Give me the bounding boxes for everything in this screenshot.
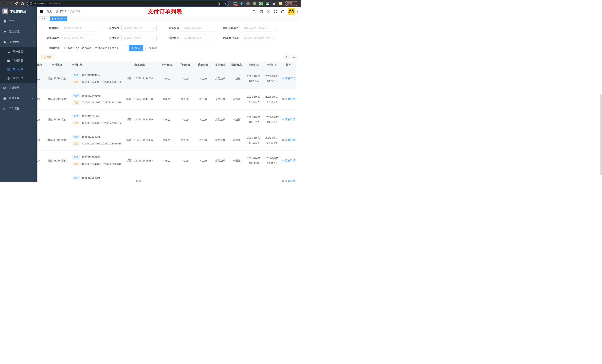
gem-extension-icon[interactable] xyxy=(239,1,243,5)
search-icon xyxy=(252,10,256,13)
download-icon xyxy=(44,56,46,58)
tab-pay-order[interactable]: 支付订单 × xyxy=(50,16,67,21)
sidebar-item-merchant-info[interactable]: 商户信息 xyxy=(0,47,37,56)
table-header-row: 编号 支付渠道 支付订单 商品标题 支付金额 手续金额 退款金额 支付状态 回调… xyxy=(37,62,296,68)
sidebar-item-system[interactable]: 系统管理 xyxy=(0,26,37,37)
col-pay-time: 支付时间 xyxy=(263,62,281,68)
sidebar-label: 商户信息 xyxy=(13,50,37,53)
sidebar-item-infra[interactable]: 基础设施 xyxy=(0,83,37,93)
merchant-order-no-input[interactable] xyxy=(243,27,274,30)
github-link[interactable] xyxy=(259,10,263,13)
notify-status: 未通知 xyxy=(233,159,240,162)
site-info-icon[interactable] xyxy=(30,2,32,5)
pay-tag: 支付 xyxy=(72,162,80,166)
toggle-search-button[interactable] xyxy=(283,54,289,60)
app-select[interactable]: 请选择应用信息 xyxy=(121,25,157,31)
sidebar-collapse-button[interactable] xyxy=(40,10,43,13)
sidebar-item-pay-order[interactable]: ¥ 支付订单 xyxy=(0,65,37,74)
notify-status-select[interactable]: 请选择订单回调商户状态 xyxy=(241,35,276,42)
sidebar-item-home[interactable]: 首页 xyxy=(0,16,37,26)
tab-home[interactable]: 首页 xyxy=(39,16,48,21)
refund-status-select[interactable]: 请选择退款状态 xyxy=(181,35,216,42)
update-label: 更新 xyxy=(287,2,292,5)
channel-order-no-input[interactable] xyxy=(64,37,94,40)
notify-status: 未通知 xyxy=(233,97,240,100)
breadcrumb-pay[interactable]: 支付管理 xyxy=(56,10,66,13)
bookmark-star-icon[interactable] xyxy=(223,2,226,5)
pay-status-select[interactable]: 请选择支付状态 xyxy=(121,35,157,42)
command-extension-icon[interactable]: ⌘ xyxy=(246,1,250,5)
filter-notify-status: 回调商户状态 请选择订单回调商户状态 xyxy=(220,35,280,42)
view-detail-link[interactable]: 查看详情 xyxy=(282,159,295,162)
search-icon xyxy=(282,159,284,162)
filter-label: 应用编号 xyxy=(101,26,121,30)
channel-order-no-input-wrap[interactable] xyxy=(62,35,97,42)
view-detail-link[interactable]: 查看详情 xyxy=(282,77,295,80)
extensions-puzzle-icon[interactable] xyxy=(272,1,276,5)
pay-channel: 微信 JSAPI 支付 xyxy=(48,97,67,100)
sidebar-label: 支付订单 xyxy=(13,68,37,71)
smiley-profile-icon[interactable] xyxy=(279,1,282,5)
refund-amount: ¥ 0.00 xyxy=(200,139,207,142)
col-refund-amount: 退款金额 xyxy=(194,62,212,68)
view-detail-link[interactable]: 查看详情 xyxy=(282,179,295,182)
pay-amount: ¥ 0.01 xyxy=(163,159,171,162)
sidebar-item-workflow[interactable]: 工作流程 xyxy=(0,104,37,114)
browser-home-button[interactable] xyxy=(20,1,25,6)
refund-amount: ¥ 0.00 xyxy=(200,159,207,162)
placeholder-text: 请选择应用信息 xyxy=(124,26,151,30)
view-detail-link[interactable]: 查看详情 xyxy=(282,118,295,121)
github-icon xyxy=(259,10,263,13)
share-icon[interactable] xyxy=(217,2,220,5)
sidebar-item-refund-order[interactable]: 退款订单 xyxy=(0,74,37,83)
order-id: 20 xyxy=(37,98,40,101)
header-search-button[interactable] xyxy=(252,10,256,13)
chevron-down-icon xyxy=(32,98,34,99)
breadcrumb-home[interactable]: 首页 xyxy=(47,10,52,13)
dot-extension-icon[interactable] xyxy=(252,1,256,5)
merchant-select[interactable] xyxy=(62,25,97,31)
sidebar-item-pay[interactable]: ¥ 支付管理 xyxy=(0,37,37,47)
pay-time: 2021-10-2713:11:15 xyxy=(263,150,281,171)
pay-time: 2021-10-2713:18:10 xyxy=(263,109,281,130)
date-range-picker[interactable]: 2021-10-01 00:00:00 - 2021-10-31 23:59:5… xyxy=(62,45,126,52)
merchant-order-no: 1635311881440 xyxy=(82,115,100,118)
export-button[interactable]: 导出 xyxy=(42,54,54,59)
create-time: 2021-10-2713:18:02 xyxy=(245,109,263,130)
reset-button[interactable]: 重置 xyxy=(146,45,160,52)
filter-pay-status: 支付状态 请选择支付状态 xyxy=(101,35,161,42)
address-bar[interactable]: localhost:1024/pay/order xyxy=(27,1,229,6)
blocks-extension-icon[interactable]: 10 xyxy=(233,1,237,5)
close-tab-icon[interactable]: × xyxy=(64,18,65,20)
browser-reload-button[interactable] xyxy=(14,1,19,6)
pay-time: 2021-10-2713:22:15 xyxy=(263,68,281,89)
col-actions: 操作 xyxy=(281,62,296,68)
merchant-input[interactable] xyxy=(64,27,94,30)
y-extension-icon[interactable]: y xyxy=(259,1,263,5)
view-detail-link[interactable]: 查看详情 xyxy=(282,138,295,142)
browser-forward-button[interactable] xyxy=(8,1,13,6)
user-menu[interactable] xyxy=(288,8,298,15)
home-icon xyxy=(21,2,24,5)
channel-pay-no: 4200001173202110272847982104 xyxy=(82,122,121,125)
view-detail-link[interactable]: 查看详情 xyxy=(282,97,295,101)
table-row: 20 微信 JSAPI 支付 商户 1635311949168 支付 xyxy=(37,89,296,109)
search-button[interactable]: 搜索 xyxy=(129,45,143,52)
help-button[interactable]: ? xyxy=(267,10,270,13)
browser-update-button[interactable]: 更新 ⋮ xyxy=(285,1,298,6)
sidebar-item-devtools[interactable]: 研发工具 xyxy=(0,93,37,104)
pay-channel: 微信 JSAPI 支付 xyxy=(48,159,67,162)
merchant-order-no: 1635311823086 xyxy=(82,135,100,138)
fullscreen-button[interactable] xyxy=(274,10,277,13)
browser-menu-icon[interactable]: ⋮ xyxy=(294,2,296,5)
sidebar-item-app-info[interactable]: 应用信息 xyxy=(0,56,37,65)
question-icon: ? xyxy=(267,10,270,13)
font-size-button[interactable]: TT xyxy=(281,10,284,13)
tags-view-bar: 首页 支付订单 × xyxy=(37,16,301,22)
browser-back-button[interactable] xyxy=(2,1,7,6)
refresh-table-button[interactable] xyxy=(291,54,297,60)
merchant-order-no-input-wrap[interactable] xyxy=(241,25,276,31)
channel-code-select[interactable]: 请输入渠道编码 xyxy=(181,25,216,31)
app-logo[interactable]: 芋道管理系统 xyxy=(0,7,37,16)
chat-extension-icon[interactable] xyxy=(266,1,269,5)
